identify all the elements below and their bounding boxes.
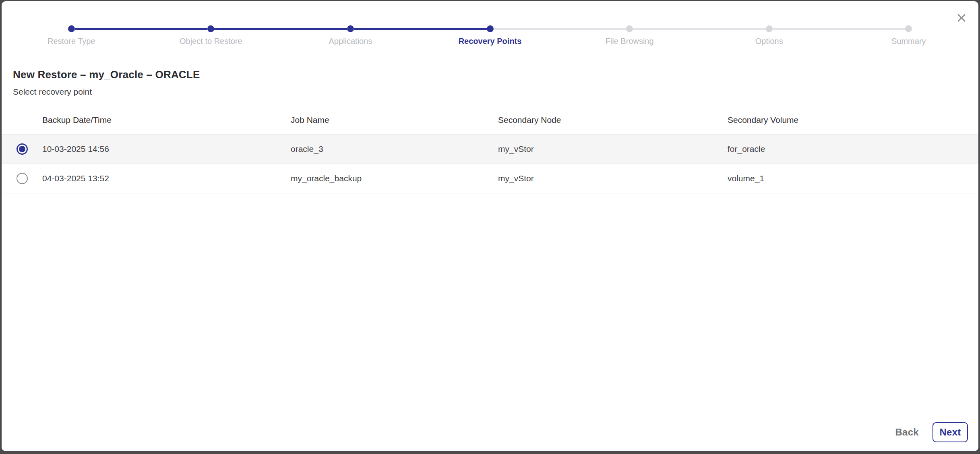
step-track: [420, 25, 560, 32]
step-options[interactable]: Options: [699, 25, 839, 46]
step-line: [773, 28, 839, 30]
step-line: [560, 28, 626, 30]
column-header-job-name: Job Name: [291, 115, 498, 125]
recovery-point-radio[interactable]: [17, 143, 28, 155]
step-track: [699, 25, 839, 32]
step-label: File Browsing: [560, 37, 699, 46]
step-line: [839, 28, 905, 30]
step-label: Object to Restore: [141, 37, 281, 46]
step-dot: [68, 25, 75, 32]
cell-secondary-node: my_vStor: [498, 144, 728, 154]
step-dot: [905, 25, 912, 32]
step-object-to-restore[interactable]: Object to Restore: [141, 25, 281, 46]
cell-secondary-node: my_vStor: [498, 174, 728, 183]
step-line: [420, 28, 487, 30]
table-header-row: Backup Date/Time Job Name Secondary Node…: [2, 106, 978, 135]
step-line: [214, 28, 281, 30]
step-applications[interactable]: Applications: [281, 25, 420, 46]
wizard-stepper: Restore Type Object to Restore Applicati…: [2, 25, 978, 46]
step-track: [281, 25, 420, 32]
dialog-heading: New Restore – my_Oracle – ORACLE Select …: [13, 68, 967, 97]
dialog-footer: Back Next: [895, 422, 968, 442]
step-track: [560, 25, 699, 32]
step-dot: [487, 25, 494, 32]
step-dot: [766, 25, 773, 32]
column-header-secondary-volume: Secondary Volume: [728, 115, 978, 125]
step-summary[interactable]: Summary: [839, 25, 978, 46]
step-line: [633, 28, 699, 30]
step-line: [141, 28, 208, 30]
step-line: [75, 28, 141, 30]
column-header-backup-datetime: Backup Date/Time: [42, 115, 291, 125]
step-dot: [207, 25, 214, 32]
close-icon[interactable]: ×: [953, 8, 970, 26]
cell-backup-datetime: 04-03-2025 13:52: [42, 174, 291, 183]
cell-job-name: my_oracle_backup: [291, 174, 498, 183]
step-label: Recovery Points: [420, 37, 560, 46]
step-restore-type[interactable]: Restore Type: [2, 25, 141, 46]
radio-cell: [2, 173, 42, 184]
recovery-point-radio[interactable]: [17, 173, 28, 184]
back-button[interactable]: Back: [895, 427, 919, 438]
table-row[interactable]: 10-03-2025 14:56 oracle_3 my_vStor for_o…: [2, 135, 978, 164]
step-line: [2, 28, 68, 30]
step-label: Restore Type: [2, 37, 141, 46]
table-row[interactable]: 04-03-2025 13:52 my_oracle_backup my_vSt…: [2, 164, 978, 193]
step-line: [912, 28, 978, 30]
step-line: [354, 28, 420, 30]
cell-job-name: oracle_3: [291, 144, 498, 154]
radio-cell: [2, 143, 42, 155]
new-restore-wizard-dialog: × Restore Type Object to Restore: [2, 1, 978, 451]
step-track: [2, 25, 141, 32]
step-track: [839, 25, 978, 32]
recovery-points-table: Backup Date/Time Job Name Secondary Node…: [2, 106, 978, 193]
step-file-browsing[interactable]: File Browsing: [560, 25, 699, 46]
step-dot: [626, 25, 633, 32]
cell-backup-datetime: 10-03-2025 14:56: [42, 144, 291, 154]
step-label: Options: [699, 37, 839, 46]
column-header-secondary-node: Secondary Node: [498, 115, 728, 125]
step-label: Applications: [281, 37, 420, 46]
step-track: [141, 25, 281, 32]
step-recovery-points[interactable]: Recovery Points: [420, 25, 560, 46]
cell-secondary-volume: volume_1: [728, 174, 978, 183]
step-line: [699, 28, 766, 30]
next-button[interactable]: Next: [932, 422, 968, 442]
cell-secondary-volume: for_oracle: [728, 144, 978, 154]
step-label: Summary: [839, 37, 978, 46]
step-line: [494, 28, 560, 30]
step-line: [281, 28, 347, 30]
page-subtitle: Select recovery point: [13, 87, 967, 97]
page-title: New Restore – my_Oracle – ORACLE: [13, 68, 967, 81]
step-dot: [347, 25, 354, 32]
